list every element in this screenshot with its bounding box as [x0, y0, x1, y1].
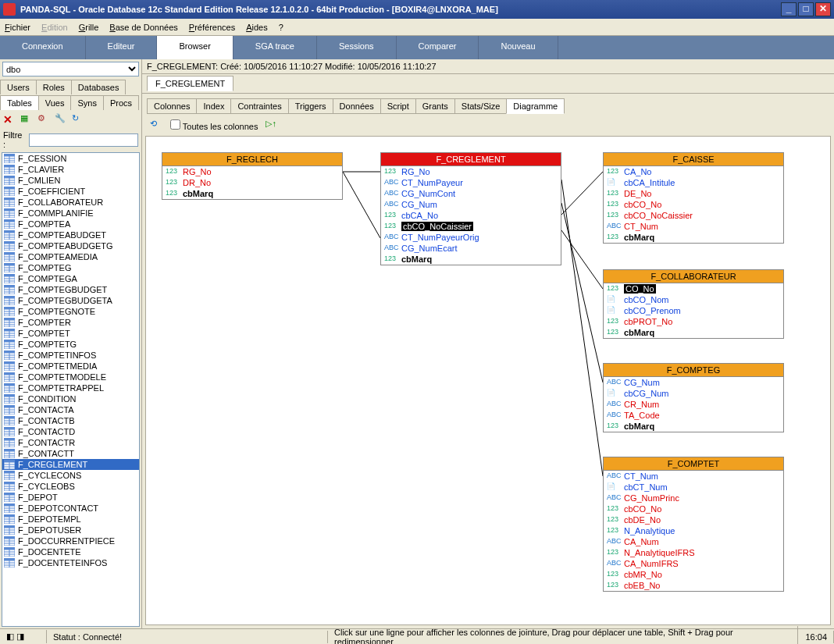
- diagram-column[interactable]: 123cbMarq: [162, 188, 342, 199]
- context-tab[interactable]: F_CREGLEMENT: [147, 76, 233, 91]
- diagram-column[interactable]: ABCCG_Num: [604, 377, 783, 388]
- tree-item[interactable]: F_COMPTEAMEDIA: [2, 251, 139, 262]
- diagram-column[interactable]: ABCCG_NumEcart: [381, 243, 561, 254]
- diagram-column[interactable]: 123cbMarq: [604, 327, 783, 338]
- sub-tab-colonnes[interactable]: Colonnes: [147, 98, 197, 114]
- diagram-column[interactable]: 123cbMarq: [604, 421, 783, 432]
- tree-item[interactable]: F_COMPTEG: [2, 262, 139, 273]
- diagram-table[interactable]: F_CAISSE123CA_No📄cbCA_Intitule123DE_No12…: [603, 152, 784, 244]
- top-tab-nouveau[interactable]: Nouveau: [479, 36, 558, 59]
- diagram-column[interactable]: 📄cbCO_Nom: [604, 294, 783, 305]
- diagram-canvas[interactable]: F_REGLECH123RG_No123DR_No123cbMarqF_CREG…: [145, 136, 831, 625]
- tree-item[interactable]: F_CESSION: [2, 153, 139, 164]
- tree-item[interactable]: F_CONTACTT: [2, 448, 139, 459]
- diagram-column[interactable]: 123cbMR_No: [604, 569, 783, 580]
- tree-item[interactable]: F_COMPTEA: [2, 219, 139, 229]
- obj-tab-tables[interactable]: Tables: [0, 95, 39, 110]
- sub-tab-données[interactable]: Données: [333, 98, 381, 114]
- diagram-table[interactable]: F_COMPTETABCCT_Num📄cbCT_NumABCCG_NumPrin…: [603, 457, 784, 592]
- diagram-table-header[interactable]: F_CAISSE: [604, 153, 783, 166]
- tree-item[interactable]: F_DOCENTETE: [2, 546, 139, 557]
- tool-icon[interactable]: ⚙: [37, 113, 50, 126]
- tree-item[interactable]: F_COMPTEGNOTE: [2, 306, 139, 317]
- menu-fichier[interactable]: Fichier: [5, 23, 30, 32]
- tree-item[interactable]: F_COMPTETINFOS: [2, 350, 139, 361]
- obj-tab-databases[interactable]: Databases: [71, 80, 127, 94]
- tree-item[interactable]: F_COMPTET: [2, 328, 139, 339]
- tree-item[interactable]: F_CONTACTR: [2, 437, 139, 448]
- sub-tab-index[interactable]: Index: [196, 98, 231, 114]
- diagram-column[interactable]: 123CO_No: [604, 283, 783, 294]
- menu-preferences[interactable]: Préférences: [189, 23, 235, 32]
- diagram-column[interactable]: 123RG_No: [162, 166, 342, 177]
- diagram-column[interactable]: ABCCG_NumCont: [381, 188, 561, 199]
- tree-item[interactable]: F_DOCCURRENTPIECE: [2, 535, 139, 546]
- top-tab-sessions[interactable]: Sessions: [317, 36, 397, 59]
- diagram-column[interactable]: 123cbCO_No: [604, 503, 783, 514]
- diagram-column[interactable]: 123cbDE_No: [604, 514, 783, 525]
- tree-item[interactable]: F_COMMPLANIFIE: [2, 208, 139, 219]
- close-button[interactable]: ✕: [815, 2, 831, 16]
- top-tab-editeur[interactable]: Editeur: [86, 36, 158, 59]
- tree-item[interactable]: F_CONTACTB: [2, 415, 139, 426]
- diagram-column[interactable]: ABCCT_NumPayeurOrig: [381, 232, 561, 243]
- tree-item[interactable]: F_DEPOT: [2, 492, 139, 503]
- filter-input[interactable]: [29, 133, 138, 147]
- tree-item[interactable]: F_DOCENTETEINFOS: [2, 557, 139, 568]
- obj-tab-procs[interactable]: Procs: [103, 95, 139, 110]
- refresh-icon[interactable]: ↻: [72, 113, 84, 126]
- tree-item[interactable]: F_CONDITION: [2, 393, 139, 404]
- diagram-column[interactable]: 123cbCO_No: [604, 199, 783, 210]
- grid-icon[interactable]: ▦: [20, 113, 33, 126]
- sub-tab-contraintes[interactable]: Contraintes: [230, 98, 288, 114]
- diagram-column[interactable]: ABCCT_NumPayeur: [381, 177, 561, 188]
- diagram-table-header[interactable]: F_COMPTET: [604, 457, 783, 471]
- all-cols-checkbox-wrap[interactable]: Toutes les colonnes: [170, 119, 258, 131]
- diagram-table[interactable]: F_COMPTEGABCCG_Num📄cbCG_NumABCCR_NumABCT…: [603, 363, 784, 432]
- diagram-column[interactable]: 123cbMarq: [604, 232, 783, 243]
- diagram-column[interactable]: ABCCT_Num: [604, 221, 783, 232]
- sub-tab-script[interactable]: Script: [380, 98, 416, 114]
- diagram-table-header[interactable]: F_COMPTEG: [604, 364, 783, 377]
- object-tree[interactable]: F_CESSIONF_CLAVIERF_CMLIENF_COEFFICIENTF…: [2, 152, 140, 627]
- tree-item[interactable]: F_COMPTETRAPPEL: [2, 382, 139, 393]
- tree-item[interactable]: F_COMPTETG: [2, 339, 139, 350]
- tree-item[interactable]: F_DEPOTCONTACT: [2, 503, 139, 514]
- top-tab-connexion[interactable]: Connexion: [0, 36, 86, 59]
- diagram-column[interactable]: ABCCR_Num: [604, 399, 783, 410]
- tree-item[interactable]: F_COMPTETMODELE: [2, 372, 139, 382]
- sub-tab-diagramme[interactable]: Diagramme: [506, 98, 565, 114]
- top-tab-sga trace[interactable]: SGA trace: [233, 36, 317, 59]
- diagram-column[interactable]: ABCCT_Num: [604, 471, 783, 482]
- tree-item[interactable]: F_CYCLEOBS: [2, 481, 139, 492]
- tree-item[interactable]: F_DEPOTUSER: [2, 525, 139, 535]
- diagram-column[interactable]: 123RG_No: [381, 166, 561, 177]
- tree-item[interactable]: F_COMPTEGA: [2, 273, 139, 284]
- sub-tab-stats/size[interactable]: Stats/Size: [454, 98, 508, 114]
- menu-help[interactable]: ?: [279, 23, 283, 32]
- tree-item[interactable]: F_COEFFICIENT: [2, 186, 139, 197]
- diagram-column[interactable]: 📄cbCT_Num: [604, 482, 783, 493]
- tree-item[interactable]: F_COMPTEABUDGET: [2, 229, 139, 240]
- diagram-column[interactable]: 123DE_No: [604, 188, 783, 199]
- wrench-icon[interactable]: 🔧: [55, 113, 67, 126]
- tree-item[interactable]: F_DEPOTEMPL: [2, 514, 139, 525]
- sub-tab-triggers[interactable]: Triggers: [288, 98, 333, 114]
- diagram-column[interactable]: ABCCG_NumPrinc: [604, 493, 783, 503]
- menu-grille[interactable]: Grille: [79, 23, 99, 32]
- top-tab-comparer[interactable]: Comparer: [397, 36, 479, 59]
- tree-item[interactable]: F_CMLIEN: [2, 175, 139, 186]
- diagram-column[interactable]: ABCCA_NumIFRS: [604, 558, 783, 569]
- diagram-table-header[interactable]: F_REGLECH: [162, 153, 342, 166]
- delete-icon[interactable]: ✕: [3, 113, 16, 126]
- tree-item[interactable]: F_COMPTEGBUDGET: [2, 284, 139, 295]
- diagram-column[interactable]: 123N_AnalytiqueIFRS: [604, 547, 783, 558]
- tree-item[interactable]: F_COMPTER: [2, 317, 139, 328]
- diagram-column[interactable]: ABCCA_Num: [604, 536, 783, 547]
- diagram-column[interactable]: 📄cbCG_Num: [604, 388, 783, 399]
- obj-tab-syns[interactable]: Syns: [70, 95, 103, 110]
- diagram-table[interactable]: F_REGLECH123RG_No123DR_No123cbMarq: [162, 152, 343, 200]
- diagram-column[interactable]: 123cbCA_No: [381, 210, 561, 221]
- diagram-table-header[interactable]: F_CREGLEMENT: [381, 153, 561, 166]
- diagram-column[interactable]: 123cbCO_NoCaissier: [604, 210, 783, 221]
